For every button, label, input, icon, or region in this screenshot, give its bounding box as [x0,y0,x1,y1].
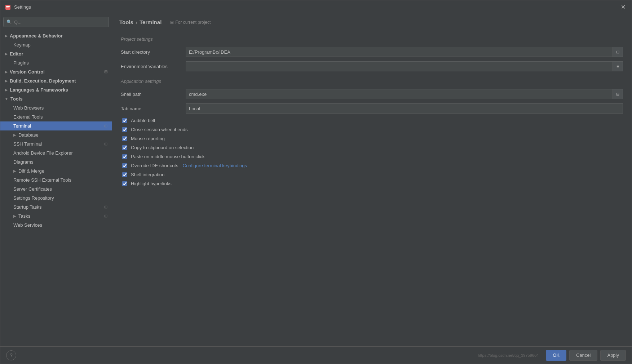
checkbox-highlight-hyperlinks: Highlight hyperlinks [121,181,623,186]
checkbox-mouse-reporting: Mouse reporting [121,136,623,141]
sidebar-item-terminal[interactable]: Terminal ⊞ [0,121,112,130]
project-settings-label: Project settings [121,36,623,42]
shell-path-row: Shell path ⊟ [121,89,623,99]
audible-bell-checkbox[interactable] [122,118,127,123]
sidebar-item-settings-repo[interactable]: Settings Repository [0,194,112,203]
checkbox-shell-integration: Shell integration [121,172,623,177]
sidebar-item-version-control[interactable]: ▶ Version Control ⊞ [0,67,112,76]
highlight-hyperlinks-checkbox[interactable] [122,181,127,186]
sidebar-item-ssh-terminal[interactable]: SSH Terminal ⊞ [0,139,112,148]
sidebar-item-plugins[interactable]: Plugins [0,58,112,67]
env-variables-row: Environment Variables ≡ [121,61,623,71]
highlight-hyperlinks-label: Highlight hyperlinks [131,181,172,186]
tab-name-label: Tab name [121,106,186,111]
copy-clipboard-checkbox[interactable] [122,145,127,150]
apply-button[interactable]: Apply [600,350,626,361]
search-box[interactable]: 🔍 [3,17,109,27]
sidebar-item-web-browsers[interactable]: Web Browsers [0,103,112,112]
start-directory-browse-button[interactable]: ⊟ [613,47,623,57]
shell-path-input[interactable] [186,89,613,99]
sidebar-item-diagrams[interactable]: Diagrams [0,157,112,167]
env-variables-browse-button[interactable]: ≡ [613,61,623,71]
main-panel: Tools › Terminal ⊟ For current project P… [112,14,632,346]
shell-integration-label: Shell integration [131,172,164,177]
svg-rect-1 [6,6,10,7]
arrow-icon: ▶ [5,79,8,83]
sidebar-item-remote-ssh[interactable]: Remote SSH External Tools [0,176,112,185]
paste-middle-label: Paste on middle mouse button click [131,154,205,159]
arrow-icon: ▶ [5,88,8,92]
sidebar-item-web-services[interactable]: Web Services [0,221,112,230]
arrow-icon: ▶ [13,169,16,173]
bottom-bar: ? https://blog.csdn.net/qq_39759664 OK C… [0,346,632,364]
env-variables-input[interactable] [186,61,613,71]
arrow-icon: ▼ [5,97,8,101]
checkbox-close-session: Close session when it ends [121,127,623,132]
env-variables-input-wrap: ≡ [186,61,623,71]
sidebar-list: ▶ Appearance & Behavior Keymap ▶ Editor … [0,30,112,346]
audible-bell-label: Audible bell [131,118,155,123]
sidebar-item-startup-tasks[interactable]: Startup Tasks ⊞ [0,203,112,212]
env-variables-label: Environment Variables [121,64,186,69]
breadcrumb-child: Terminal [140,19,162,25]
settings-window: Settings ✕ 🔍 ▶ Appearance & Behavior Key… [0,0,632,364]
sidebar-item-database[interactable]: ▶ Database [0,130,112,139]
arrow-icon: ▶ [13,214,16,218]
arrow-icon: ▶ [5,52,8,56]
repo-icon: ⊞ [104,214,107,218]
url-text: https://blog.csdn.net/qq_39759664 [478,353,539,358]
tab-name-input-wrap [186,103,623,114]
project-icon: ⊟ [170,20,174,25]
sidebar-item-android-file[interactable]: Android Device File Explorer [0,148,112,157]
search-input[interactable] [14,19,106,25]
close-session-label: Close session when it ends [131,127,188,132]
search-icon: 🔍 [6,19,12,25]
svg-rect-2 [6,8,9,8]
sidebar-item-appearance[interactable]: ▶ Appearance & Behavior [0,31,112,40]
cancel-button[interactable]: Cancel [569,350,597,361]
override-ide-checkbox[interactable] [122,163,127,168]
shell-path-browse-button[interactable]: ⊟ [613,89,623,99]
arrow-icon: ▶ [5,70,8,74]
shell-integration-checkbox[interactable] [122,172,127,177]
window-title: Settings [14,4,619,10]
ok-button[interactable]: OK [546,350,566,361]
sidebar-item-editor[interactable]: ▶ Editor [0,49,112,58]
sidebar-item-languages[interactable]: ▶ Languages & Frameworks [0,85,112,94]
app-settings-label: Application settings [121,79,623,84]
for-current-project: ⊟ For current project [170,20,211,25]
sidebar: 🔍 ▶ Appearance & Behavior Keymap ▶ Edito… [0,14,112,346]
repo-icon: ⊞ [104,70,107,74]
sidebar-item-server-certs[interactable]: Server Certificates [0,185,112,194]
repo-icon: ⊞ [104,124,107,128]
checkbox-copy-clipboard: Copy to clipboard on selection [121,145,623,150]
tab-name-input[interactable] [186,103,623,114]
arrow-icon: ▶ [5,34,8,38]
sidebar-item-diff-merge[interactable]: ▶ Diff & Merge [0,167,112,176]
mouse-reporting-checkbox[interactable] [122,136,127,141]
override-ide-label: Override IDE shortcuts [131,163,178,168]
svg-rect-0 [5,5,10,10]
mouse-reporting-label: Mouse reporting [131,136,165,141]
checkbox-paste-middle: Paste on middle mouse button click [121,154,623,159]
help-button[interactable]: ? [6,350,16,360]
sidebar-item-build[interactable]: ▶ Build, Execution, Deployment [0,76,112,85]
start-directory-row: Start directory ⊟ [121,47,623,57]
sidebar-item-external-tools[interactable]: External Tools [0,112,112,121]
sidebar-item-tools[interactable]: ▼ Tools [0,94,112,103]
sidebar-item-tasks[interactable]: ▶ Tasks ⊞ [0,212,112,221]
start-directory-label: Start directory [121,49,186,55]
configure-terminal-link[interactable]: Configure terminal keybindings [183,163,247,168]
shell-path-input-wrap: ⊟ [186,89,623,99]
copy-clipboard-label: Copy to clipboard on selection [131,145,194,150]
main-content: Project settings Start directory ⊟ Envir… [112,29,632,346]
close-button[interactable]: ✕ [619,3,627,12]
checkbox-override-ide: Override IDE shortcuts Configure termina… [121,163,623,168]
close-session-checkbox[interactable] [122,127,127,132]
start-directory-input-wrap: ⊟ [186,47,623,57]
breadcrumb-parent: Tools [119,19,133,25]
start-directory-input[interactable] [186,47,613,57]
bottom-right: https://blog.csdn.net/qq_39759664 OK Can… [478,350,626,361]
sidebar-item-keymap[interactable]: Keymap [0,40,112,49]
paste-middle-checkbox[interactable] [122,154,127,159]
